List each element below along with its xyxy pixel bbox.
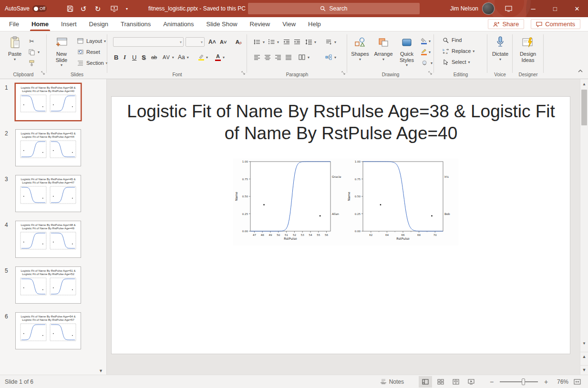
find-button[interactable]: Find	[441, 35, 463, 45]
text-highlight-button[interactable]: ▾	[197, 52, 209, 62]
select-button[interactable]: Select ▾	[441, 57, 471, 67]
slide-thumbnail-preview[interactable]: Logistic Fit of Name By RstPulse Age=54 …	[15, 312, 81, 349]
menu-tab[interactable]: Home	[25, 17, 55, 31]
increase-font-size-button[interactable]: A˄	[207, 37, 217, 47]
decrease-font-size-button[interactable]: A˅	[219, 37, 227, 47]
display-settings-button[interactable]	[501, 0, 516, 17]
user-avatar[interactable]	[482, 0, 495, 17]
change-case-button[interactable]: Aa▾	[177, 52, 190, 62]
slide-thumbnail-preview[interactable]: Logistic Fit of Name By RstPulse Age=51 …	[15, 266, 81, 304]
menu-tab[interactable]: Insert	[55, 17, 83, 31]
redo-button[interactable]: ↻	[92, 0, 104, 17]
quick-styles-button[interactable]: Quick Styles ▾	[396, 34, 418, 67]
search-input[interactable]: Search	[248, 3, 420, 14]
copy-button[interactable]: ▾	[27, 47, 41, 57]
zoom-in-button[interactable]: +	[543, 376, 549, 388]
thumbnail-scroll-down-button[interactable]: ▼	[99, 368, 103, 373]
slide-sorter-button[interactable]	[434, 376, 447, 388]
close-button[interactable]: ✕	[566, 0, 588, 17]
text-shadow-button[interactable]: S	[141, 52, 147, 62]
align-right-button[interactable]	[273, 52, 283, 62]
strikethrough-button[interactable]: ab	[150, 52, 158, 62]
slide-title[interactable]: Logistic Fit of Name By RstPulse Age=38 …	[122, 101, 560, 145]
justify-button[interactable]	[283, 52, 293, 62]
scroll-down-button[interactable]: ▼	[580, 339, 588, 347]
slide-thumbnail[interactable]: 3 Logistic Fit of Name By RstPulse Age=4…	[0, 171, 106, 216]
slide-thumbnail-preview[interactable]: Logistic Fit of Name By RstPulse Age=43 …	[15, 129, 81, 166]
underline-button[interactable]: U	[131, 52, 137, 62]
increase-indent-button[interactable]	[292, 37, 302, 47]
slide-thumbnail-preview[interactable]: Logistic Fit of Name By RstPulse Age=38 …	[15, 83, 81, 121]
shape-fill-button[interactable]: ▾	[420, 36, 432, 46]
arrange-button[interactable]: Arrange ▾	[372, 34, 395, 61]
slide-editor[interactable]: Logistic Fit of Name By RstPulse Age=38 …	[111, 96, 570, 354]
document-title[interactable]: fitness_logistic.pptx - Saved to this PC…	[143, 0, 256, 17]
convert-to-smartart-button[interactable]: ▾	[323, 52, 337, 62]
replace-button[interactable]: ba Replace ▾	[441, 46, 475, 56]
section-button[interactable]: Section▾	[75, 58, 109, 68]
slide-thumbnail[interactable]: 4 Logistic Fit of Name By RstPulse Age=4…	[0, 216, 106, 262]
autosave-toggle[interactable]: AutoSave Off	[5, 0, 47, 17]
cut-button[interactable]: ✂	[27, 36, 37, 46]
menu-tab[interactable]: Review	[244, 17, 277, 31]
zoom-slider[interactable]	[500, 381, 538, 382]
bullets-button[interactable]: ▾	[252, 37, 266, 47]
align-left-button[interactable]	[252, 52, 262, 62]
shapes-button[interactable]: Shapes ▾	[349, 34, 371, 61]
normal-view-button[interactable]	[419, 376, 432, 388]
menu-tab[interactable]: Transitions	[114, 17, 157, 31]
menu-tab[interactable]: Design	[83, 17, 114, 31]
new-slide-button[interactable]: New Slide ▾	[51, 34, 72, 67]
slideshow-button[interactable]	[464, 376, 478, 388]
reset-button[interactable]: Reset	[75, 47, 101, 57]
save-button[interactable]	[64, 0, 76, 17]
menu-tab[interactable]: File	[3, 17, 25, 31]
slide-thumbnail-preview[interactable]: Logistic Fit of Name By RstPulse Age=48 …	[15, 221, 81, 258]
share-button[interactable]: Share	[488, 19, 524, 29]
design-ideas-button[interactable]: Design Ideas	[517, 34, 539, 63]
scrollbar-thumb[interactable]	[581, 90, 587, 125]
maximize-button[interactable]: □	[544, 0, 566, 17]
align-center-button[interactable]	[262, 52, 272, 62]
clear-formatting-button[interactable]: A	[233, 37, 243, 47]
zoom-slider-thumb[interactable]	[522, 378, 525, 385]
font-name-combobox[interactable]: ▾	[113, 37, 184, 47]
quick-access-menu-button[interactable]: ▾	[122, 0, 132, 17]
scroll-up-button[interactable]: ▲	[580, 80, 588, 88]
text-direction-button[interactable]: ▾	[323, 37, 337, 47]
comments-button[interactable]: Comments	[531, 19, 580, 29]
slide-figure[interactable]: 0.000.250.500.751.0047484950515253545556…	[233, 159, 458, 245]
reading-view-button[interactable]	[449, 376, 463, 388]
slide-thumbnail[interactable]: 2 Logistic Fit of Name By RstPulse Age=4…	[0, 125, 106, 171]
layout-button[interactable]: Layout▾	[75, 36, 107, 46]
numbering-button[interactable]: ▾	[266, 37, 280, 47]
shape-outline-button[interactable]: ▾	[420, 47, 432, 57]
slide-thumbnail[interactable]: 6 Logistic Fit of Name By RstPulse Age=5…	[0, 308, 106, 354]
minimize-button[interactable]: ─	[522, 0, 544, 17]
menu-tab[interactable]: Help	[302, 17, 327, 31]
character-spacing-button[interactable]: AV▾	[162, 52, 175, 62]
font-size-combobox[interactable]: ▾	[186, 37, 205, 47]
font-color-button[interactable]: A ▾	[214, 52, 226, 62]
next-slide-button[interactable]: ▼	[580, 365, 588, 374]
account-name[interactable]: Jim Nelson	[450, 0, 478, 17]
dictate-button[interactable]: Dictate ▾	[489, 34, 511, 61]
line-spacing-button[interactable]: ▾	[303, 37, 317, 47]
menu-tab[interactable]: Slide Show	[200, 17, 243, 31]
fit-slide-button[interactable]	[570, 376, 584, 388]
italic-button[interactable]: I	[123, 52, 127, 62]
slide-thumbnail[interactable]: 5 Logistic Fit of Name By RstPulse Age=5…	[0, 262, 106, 308]
previous-slide-button[interactable]: ▲	[580, 352, 588, 360]
shape-effects-button[interactable]: ▾	[420, 58, 433, 68]
menu-tab[interactable]: View	[276, 17, 302, 31]
menu-tab[interactable]: Animations	[157, 17, 200, 31]
slide-thumbnail[interactable]: 1 Logistic Fit of Name By RstPulse Age=3…	[0, 79, 106, 125]
start-presentation-button[interactable]	[108, 0, 120, 17]
paste-button[interactable]: Paste ▾	[4, 34, 26, 61]
format-painter-button[interactable]	[27, 58, 37, 68]
notes-button[interactable]: Notes	[377, 376, 407, 388]
collapse-ribbon-button[interactable]	[578, 66, 583, 75]
bold-button[interactable]: B	[113, 52, 119, 62]
slide-thumbnail-preview[interactable]: Logistic Fit of Name By RstPulse Age=45 …	[15, 175, 81, 212]
columns-button[interactable]: ▾	[297, 52, 310, 62]
